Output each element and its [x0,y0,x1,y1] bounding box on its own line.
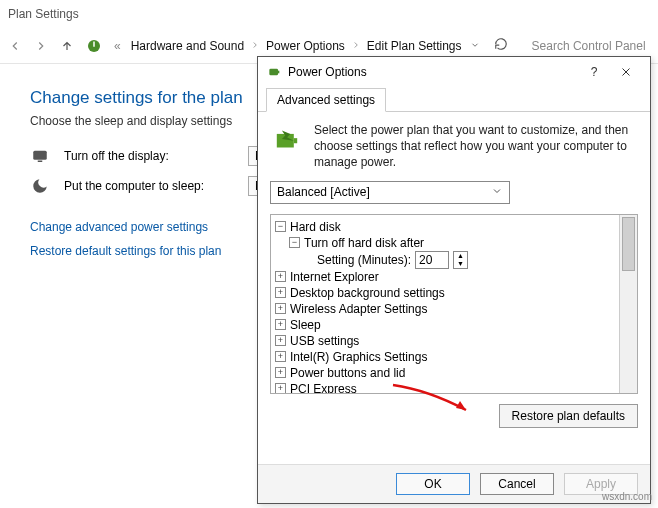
setting-label: Setting (Minutes): [317,253,411,267]
window-title: Plan Settings [0,0,658,28]
battery-large-icon [270,122,304,156]
spin-up-icon[interactable]: ▲ [454,252,467,260]
tree-pci[interactable]: +PCI Express [275,381,615,393]
power-icon [84,36,104,56]
expand-icon[interactable]: + [275,319,286,330]
power-options-dialog: Power Options ? Advanced settings Select… [257,56,651,504]
tree-sleep[interactable]: +Sleep [275,317,615,333]
display-icon [30,146,50,166]
spinner-buttons[interactable]: ▲▼ [453,251,468,269]
forward-arrow-icon[interactable] [32,37,50,55]
tab-advanced[interactable]: Advanced settings [266,88,386,112]
crumb-power[interactable]: Power Options [266,39,345,53]
tree-desktop[interactable]: +Desktop background settings [275,285,615,301]
setting-value-input[interactable]: 20 [415,251,449,269]
restore-defaults-button[interactable]: Restore plan defaults [499,404,638,428]
dialog-title: Power Options [288,65,367,79]
tree-hard-disk[interactable]: −Hard disk [275,219,615,235]
expand-icon[interactable]: + [275,351,286,362]
up-arrow-icon[interactable] [58,37,76,55]
chevron-right-icon [351,39,361,53]
expand-icon[interactable]: + [275,335,286,346]
tree-turn-off[interactable]: −Turn off hard disk after [289,235,615,251]
tree-usb[interactable]: +USB settings [275,333,615,349]
tree-ie[interactable]: +Internet Explorer [275,269,615,285]
scroll-thumb[interactable] [622,217,635,271]
collapse-icon[interactable]: − [289,237,300,248]
plan-select[interactable]: Balanced [Active] [270,181,510,204]
close-button[interactable] [610,60,642,84]
back-arrow-icon[interactable] [6,37,24,55]
svg-rect-4 [278,71,279,74]
plan-select-label: Balanced [Active] [277,185,370,199]
intro-text: Select the power plan that you want to c… [314,122,638,171]
restore-row: Restore plan defaults [270,404,638,428]
tree-wireless[interactable]: +Wireless Adapter Settings [275,301,615,317]
sleep-label: Put the computer to sleep: [64,179,234,193]
expand-icon[interactable]: + [275,271,286,282]
cancel-button[interactable]: Cancel [480,473,554,495]
refresh-icon[interactable] [494,37,508,54]
dialog-tabs: Advanced settings [258,87,650,112]
chevron-down-icon [491,185,503,200]
tree-setting-row: Setting (Minutes): 20 ▲▼ [317,251,615,269]
crumb-hardware[interactable]: Hardware and Sound [131,39,244,53]
settings-tree: −Hard disk −Turn off hard disk after Set… [270,214,638,394]
chevron-left-icon: « [114,39,121,53]
battery-icon [266,64,282,80]
breadcrumb: Hardware and Sound Power Options Edit Pl… [131,39,462,53]
sleep-icon [30,176,50,196]
expand-icon[interactable]: + [275,383,286,393]
tree-power-btn[interactable]: +Power buttons and lid [275,365,615,381]
crumb-edit[interactable]: Edit Plan Settings [367,39,462,53]
expand-icon[interactable]: + [275,367,286,378]
display-label: Turn off the display: [64,149,234,163]
tree-intel[interactable]: +Intel(R) Graphics Settings [275,349,615,365]
chevron-right-icon [250,39,260,53]
tab-body: Select the power plan that you want to c… [258,112,650,464]
expand-icon[interactable]: + [275,303,286,314]
svg-rect-3 [269,69,278,76]
ok-button[interactable]: OK [396,473,470,495]
spin-down-icon[interactable]: ▼ [454,260,467,268]
chevron-down-icon[interactable] [470,39,480,53]
search-input[interactable]: Search Control Panel [526,35,652,57]
svg-rect-2 [38,161,43,163]
dialog-titlebar: Power Options ? [258,57,650,87]
help-button[interactable]: ? [578,60,610,84]
tree-scrollbar[interactable] [619,215,637,393]
expand-icon[interactable]: + [275,287,286,298]
collapse-icon[interactable]: − [275,221,286,232]
intro: Select the power plan that you want to c… [270,122,638,171]
dialog-button-row: OK Cancel Apply [258,464,650,503]
watermark: wsxdn.com [602,491,652,502]
svg-rect-1 [33,151,47,160]
